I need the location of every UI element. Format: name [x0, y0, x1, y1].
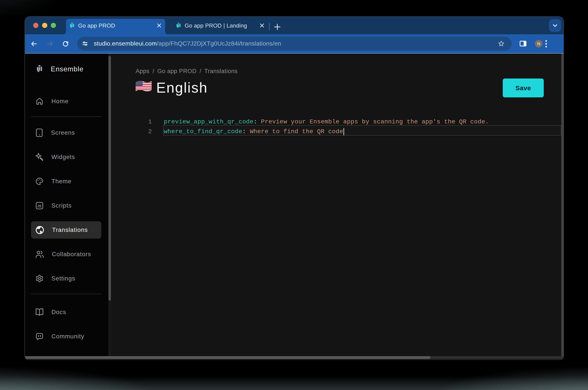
svg-text:JS: JS: [37, 204, 41, 208]
